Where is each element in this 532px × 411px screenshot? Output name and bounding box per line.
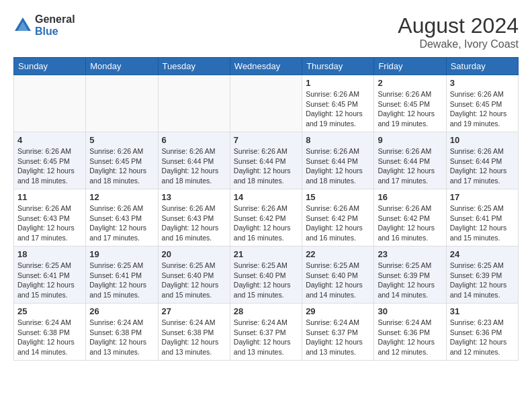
day-info: Sunrise: 6:26 AM Sunset: 6:44 PM Dayligh…	[450, 146, 515, 186]
day-info: Sunrise: 6:26 AM Sunset: 6:42 PM Dayligh…	[234, 203, 298, 243]
logo-general-label: General	[35, 13, 75, 26]
day-info: Sunrise: 6:26 AM Sunset: 6:44 PM Dayligh…	[162, 146, 226, 186]
day-number: 30	[378, 306, 442, 316]
day-number: 6	[162, 135, 226, 145]
day-number: 18	[17, 249, 82, 259]
week-row-2: 4Sunrise: 6:26 AM Sunset: 6:45 PM Daylig…	[14, 132, 519, 189]
day-number: 15	[306, 192, 370, 202]
day-info: Sunrise: 6:24 AM Sunset: 6:36 PM Dayligh…	[378, 318, 442, 357]
calendar-cell: 2Sunrise: 6:26 AM Sunset: 6:45 PM Daylig…	[374, 75, 446, 132]
calendar-cell: 20Sunrise: 6:25 AM Sunset: 6:40 PM Dayli…	[158, 246, 230, 304]
calendar-cell: 10Sunrise: 6:26 AM Sunset: 6:44 PM Dayli…	[446, 132, 518, 189]
logo-text: General Blue	[35, 13, 75, 37]
day-info: Sunrise: 6:26 AM Sunset: 6:45 PM Dayligh…	[17, 146, 82, 186]
calendar-cell: 27Sunrise: 6:24 AM Sunset: 6:38 PM Dayli…	[158, 304, 230, 361]
day-info: Sunrise: 6:25 AM Sunset: 6:41 PM Dayligh…	[89, 261, 154, 300]
calendar-cell: 6Sunrise: 6:26 AM Sunset: 6:44 PM Daylig…	[158, 132, 230, 189]
calendar-cell: 29Sunrise: 6:24 AM Sunset: 6:37 PM Dayli…	[302, 304, 374, 361]
weekday-header-monday: Monday	[86, 58, 158, 75]
day-info: Sunrise: 6:25 AM Sunset: 6:39 PM Dayligh…	[378, 261, 442, 300]
logo-icon	[13, 16, 32, 35]
calendar-cell: 13Sunrise: 6:26 AM Sunset: 6:43 PM Dayli…	[158, 189, 230, 246]
calendar-cell: 16Sunrise: 6:26 AM Sunset: 6:42 PM Dayli…	[374, 189, 446, 246]
day-info: Sunrise: 6:24 AM Sunset: 6:37 PM Dayligh…	[306, 318, 370, 357]
day-info: Sunrise: 6:24 AM Sunset: 6:38 PM Dayligh…	[89, 318, 154, 357]
day-info: Sunrise: 6:26 AM Sunset: 6:42 PM Dayligh…	[378, 203, 442, 243]
day-info: Sunrise: 6:26 AM Sunset: 6:44 PM Dayligh…	[234, 146, 298, 186]
day-info: Sunrise: 6:25 AM Sunset: 6:40 PM Dayligh…	[162, 261, 226, 300]
day-number: 13	[162, 192, 226, 202]
day-number: 17	[450, 192, 515, 202]
calendar-cell	[86, 75, 158, 132]
week-row-3: 11Sunrise: 6:26 AM Sunset: 6:43 PM Dayli…	[14, 189, 519, 246]
day-info: Sunrise: 6:26 AM Sunset: 6:43 PM Dayligh…	[162, 203, 226, 243]
day-number: 9	[378, 135, 442, 145]
day-info: Sunrise: 6:26 AM Sunset: 6:45 PM Dayligh…	[378, 89, 442, 129]
day-number: 25	[17, 306, 82, 316]
logo-blue-label: Blue	[35, 26, 75, 38]
calendar-cell: 31Sunrise: 6:23 AM Sunset: 6:36 PM Dayli…	[446, 304, 518, 361]
calendar-cell: 21Sunrise: 6:25 AM Sunset: 6:40 PM Dayli…	[230, 246, 302, 304]
day-info: Sunrise: 6:26 AM Sunset: 6:42 PM Dayligh…	[306, 203, 370, 243]
day-number: 29	[306, 306, 370, 316]
day-info: Sunrise: 6:26 AM Sunset: 6:44 PM Dayligh…	[306, 146, 370, 186]
day-info: Sunrise: 6:26 AM Sunset: 6:45 PM Dayligh…	[89, 146, 154, 186]
day-number: 1	[306, 78, 370, 88]
weekday-header-thursday: Thursday	[302, 58, 374, 75]
week-row-4: 18Sunrise: 6:25 AM Sunset: 6:41 PM Dayli…	[14, 246, 519, 304]
week-row-5: 25Sunrise: 6:24 AM Sunset: 6:38 PM Dayli…	[14, 304, 519, 361]
day-info: Sunrise: 6:25 AM Sunset: 6:40 PM Dayligh…	[234, 261, 298, 300]
calendar-table: SundayMondayTuesdayWednesdayThursdayFrid…	[13, 57, 519, 361]
logo: General Blue	[13, 13, 75, 37]
calendar-cell: 12Sunrise: 6:26 AM Sunset: 6:43 PM Dayli…	[86, 189, 158, 246]
day-info: Sunrise: 6:25 AM Sunset: 6:40 PM Dayligh…	[306, 261, 370, 300]
day-number: 7	[234, 135, 298, 145]
location-label: Dewake, Ivory Coast	[398, 38, 519, 50]
calendar-cell: 25Sunrise: 6:24 AM Sunset: 6:38 PM Dayli…	[14, 304, 86, 361]
calendar-cell	[14, 75, 86, 132]
calendar-cell: 8Sunrise: 6:26 AM Sunset: 6:44 PM Daylig…	[302, 132, 374, 189]
calendar-cell: 24Sunrise: 6:25 AM Sunset: 6:39 PM Dayli…	[446, 246, 518, 304]
calendar-cell: 26Sunrise: 6:24 AM Sunset: 6:38 PM Dayli…	[86, 304, 158, 361]
day-number: 23	[378, 249, 442, 259]
day-number: 26	[89, 306, 154, 316]
week-row-1: 1Sunrise: 6:26 AM Sunset: 6:45 PM Daylig…	[14, 75, 519, 132]
calendar-cell: 28Sunrise: 6:24 AM Sunset: 6:37 PM Dayli…	[230, 304, 302, 361]
day-info: Sunrise: 6:26 AM Sunset: 6:43 PM Dayligh…	[17, 203, 82, 243]
calendar-cell: 22Sunrise: 6:25 AM Sunset: 6:40 PM Dayli…	[302, 246, 374, 304]
day-number: 10	[450, 135, 515, 145]
day-number: 12	[89, 192, 154, 202]
day-number: 2	[378, 78, 442, 88]
calendar-cell: 14Sunrise: 6:26 AM Sunset: 6:42 PM Dayli…	[230, 189, 302, 246]
day-number: 14	[234, 192, 298, 202]
weekday-header-tuesday: Tuesday	[158, 58, 230, 75]
day-info: Sunrise: 6:25 AM Sunset: 6:39 PM Dayligh…	[450, 261, 515, 300]
day-number: 16	[378, 192, 442, 202]
title-block: August 2024 Dewake, Ivory Coast	[398, 13, 519, 50]
day-info: Sunrise: 6:23 AM Sunset: 6:36 PM Dayligh…	[450, 318, 515, 357]
calendar-cell: 23Sunrise: 6:25 AM Sunset: 6:39 PM Dayli…	[374, 246, 446, 304]
day-number: 24	[450, 249, 515, 259]
day-number: 31	[450, 306, 515, 316]
day-number: 19	[89, 249, 154, 259]
calendar-cell: 3Sunrise: 6:26 AM Sunset: 6:45 PM Daylig…	[446, 75, 518, 132]
calendar-cell: 7Sunrise: 6:26 AM Sunset: 6:44 PM Daylig…	[230, 132, 302, 189]
day-number: 4	[17, 135, 82, 145]
day-number: 28	[234, 306, 298, 316]
day-number: 8	[306, 135, 370, 145]
calendar-cell: 19Sunrise: 6:25 AM Sunset: 6:41 PM Dayli…	[86, 246, 158, 304]
calendar-cell	[230, 75, 302, 132]
day-number: 11	[17, 192, 82, 202]
weekday-header-friday: Friday	[374, 58, 446, 75]
weekday-header-wednesday: Wednesday	[230, 58, 302, 75]
calendar-cell: 9Sunrise: 6:26 AM Sunset: 6:44 PM Daylig…	[374, 132, 446, 189]
day-number: 27	[162, 306, 226, 316]
calendar-cell: 11Sunrise: 6:26 AM Sunset: 6:43 PM Dayli…	[14, 189, 86, 246]
day-info: Sunrise: 6:24 AM Sunset: 6:38 PM Dayligh…	[17, 318, 82, 357]
day-number: 21	[234, 249, 298, 259]
day-info: Sunrise: 6:26 AM Sunset: 6:44 PM Dayligh…	[378, 146, 442, 186]
day-info: Sunrise: 6:26 AM Sunset: 6:45 PM Dayligh…	[306, 89, 370, 129]
calendar-cell: 15Sunrise: 6:26 AM Sunset: 6:42 PM Dayli…	[302, 189, 374, 246]
calendar-cell: 18Sunrise: 6:25 AM Sunset: 6:41 PM Dayli…	[14, 246, 86, 304]
day-info: Sunrise: 6:26 AM Sunset: 6:45 PM Dayligh…	[450, 89, 515, 129]
